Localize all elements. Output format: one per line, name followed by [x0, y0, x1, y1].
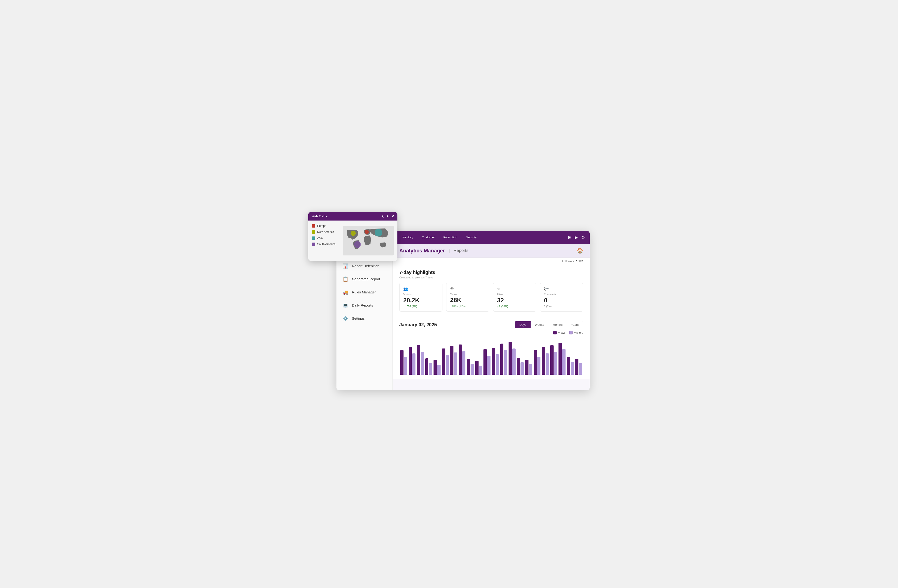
settings-gear-icon[interactable]: ⚙: [581, 235, 585, 240]
period-btn-days[interactable]: Days: [515, 321, 530, 328]
scene: Web Traffic ∧ ✦ ✕ EuropeNoth AmericaAsia…: [308, 212, 590, 376]
views-bar-15: [525, 360, 529, 375]
period-btn-months[interactable]: Months: [548, 321, 567, 328]
views-bar-3: [425, 358, 429, 375]
views-bar-2: [417, 345, 420, 375]
breadcrumb-separator: |: [449, 248, 450, 253]
stat-label-0: Visitors: [403, 293, 438, 296]
stat-card-2: ☆ Likes 32 ↑ 9 (39%): [493, 282, 536, 312]
web-traffic-popup: Web Traffic ∧ ✦ ✕ EuropeNoth AmericaAsia…: [308, 212, 397, 261]
highlights-section: 7-day highlights Compared to previous 7 …: [393, 265, 590, 316]
bar-chart: [399, 337, 583, 375]
period-btn-years[interactable]: Years: [567, 321, 583, 328]
nav-item-inventory[interactable]: Inventory: [397, 231, 417, 244]
stat-delta-3: 0 (0%): [544, 305, 579, 308]
sidebar-item-3[interactable]: 🚚Rules Manager: [337, 286, 392, 299]
visitors-bar-3: [429, 363, 432, 375]
svg-point-3: [375, 229, 382, 236]
views-bar-11: [492, 348, 495, 375]
bar-group-10: [483, 349, 491, 375]
visitors-bar-7: [462, 351, 466, 375]
stat-value-3: 0: [544, 297, 579, 304]
chart-section: January 02, 2025 DaysWeeksMonthsYears Vi…: [393, 316, 590, 379]
highlights-subtitle: Compared to previous 7 days: [399, 276, 583, 279]
nav-item-security[interactable]: Security: [461, 231, 481, 244]
bar-group-20: [567, 357, 574, 375]
sidebar-icon-4: 💻: [342, 302, 349, 308]
views-bar-10: [483, 349, 487, 375]
visitors-bar-8: [471, 364, 474, 375]
stat-icon-2: ☆: [497, 287, 532, 291]
sidebar-label-2: Generated Report: [352, 277, 380, 281]
visitors-color: [569, 331, 572, 335]
grid-icon[interactable]: ⊞: [568, 235, 571, 240]
popup-settings-icon[interactable]: ✦: [386, 215, 389, 218]
sidebar-item-4[interactable]: 💻Daily Reports: [337, 299, 392, 312]
views-bar-4: [434, 360, 437, 375]
chart-date: January 02, 2025: [399, 322, 437, 327]
play-icon[interactable]: ▶: [575, 235, 578, 240]
sidebar-label-4: Daily Reports: [352, 303, 373, 307]
visitors-bar-18: [554, 352, 557, 375]
chart-legend: Views Visitors: [399, 331, 583, 335]
main-content: Analytics Manager | Reports 🏠 Followers …: [393, 244, 590, 390]
breadcrumb-sub: Reports: [454, 248, 469, 253]
bar-group-0: [400, 350, 407, 375]
visitors-bar-11: [496, 355, 499, 375]
legend-label: Noth America: [317, 230, 334, 233]
stat-delta-1: ↑ 3195 (13%): [450, 305, 485, 307]
bar-group-11: [492, 348, 499, 375]
popup-body: EuropeNoth AmericaAsiaSouth America: [308, 221, 397, 261]
bar-group-3: [425, 358, 432, 375]
nav-actions: ⊞ ▶ ⚙: [568, 235, 585, 240]
legend-dot: [312, 236, 315, 240]
stat-value-1: 28K: [450, 296, 485, 304]
views-bar-13: [509, 342, 512, 375]
legend-item: Asia: [312, 236, 340, 240]
stat-card-1: 👁 Views 28K ↑ 3195 (13%): [446, 282, 489, 312]
sidebar-icon-5: ⚙️: [342, 316, 349, 321]
legend-label: South America: [317, 243, 335, 246]
sidebar-label-5: Settings: [352, 316, 364, 320]
sidebar-icon-2: 📋: [342, 276, 349, 282]
visitors-bar-15: [529, 364, 532, 375]
highlights-cards: 👥 Visitors 20.2K ↑ 1652 (9%) 👁 Views 28K…: [399, 282, 583, 312]
popup-close-icon[interactable]: ✕: [391, 215, 394, 218]
popup-title: Web Traffic: [312, 215, 328, 218]
breadcrumb-title: Analytics Manager: [399, 248, 445, 254]
bar-group-14: [517, 358, 524, 375]
visitors-bar-5: [446, 355, 449, 375]
nav-item-customer[interactable]: Customer: [417, 231, 439, 244]
views-bar-0: [400, 350, 403, 375]
legend-dot: [312, 243, 315, 246]
popup-minimize-icon[interactable]: ∧: [381, 215, 384, 218]
visitors-bar-6: [454, 353, 457, 375]
views-bar-19: [558, 342, 562, 375]
visitors-label: Visitors: [574, 331, 583, 335]
popup-titlebar: Web Traffic ∧ ✦ ✕: [308, 212, 397, 221]
popup-controls: ∧ ✦ ✕: [381, 215, 394, 218]
legend-label: Asia: [317, 236, 323, 240]
highlights-title: 7-day highlights: [399, 270, 583, 275]
bar-group-15: [525, 360, 532, 375]
stat-value-2: 32: [497, 297, 532, 304]
chart-header: January 02, 2025 DaysWeeksMonthsYears: [399, 321, 583, 329]
stat-value-0: 20.2K: [403, 297, 438, 304]
svg-point-2: [364, 230, 369, 234]
stat-delta-2: ↑ 9 (39%): [497, 305, 532, 308]
sidebar-item-5[interactable]: ⚙️Settings: [337, 312, 392, 325]
sidebar-item-1[interactable]: 📊Report Defenition: [337, 259, 392, 273]
stat-card-3: 💬 Comments 0 0 (0%): [540, 282, 583, 312]
sidebar-item-2[interactable]: 📋Generated Report: [337, 273, 392, 286]
period-btn-weeks[interactable]: Weeks: [530, 321, 548, 328]
visitors-bar-10: [487, 356, 491, 375]
views-bar-6: [450, 346, 454, 375]
nav-item-promotion[interactable]: Promotion: [439, 231, 461, 244]
stat-label-3: Comments: [544, 293, 579, 296]
popup-map: [343, 224, 394, 257]
sidebar-icon-1: 📊: [342, 263, 349, 269]
visitors-bar-0: [404, 357, 407, 375]
home-icon[interactable]: 🏠: [577, 248, 583, 254]
visitors-bar-2: [421, 352, 424, 375]
svg-point-1: [351, 230, 356, 236]
